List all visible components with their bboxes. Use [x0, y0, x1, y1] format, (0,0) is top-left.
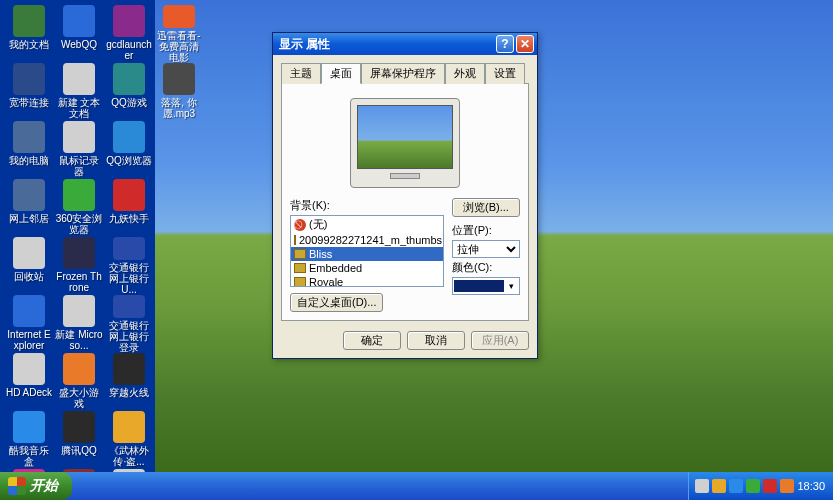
color-select[interactable]: ▾ — [452, 277, 520, 295]
apply-button[interactable]: 应用(A) — [471, 331, 529, 350]
app-icon — [13, 121, 45, 153]
clock: 18:30 — [797, 480, 825, 492]
tray-icon[interactable] — [746, 479, 760, 493]
background-listbox[interactable]: ⃠(无)20099282271241_m_thumbsBlissEmbedded… — [290, 215, 444, 287]
icon-label: Frozen Throne — [55, 271, 103, 293]
desktop-icon[interactable]: WebQQ — [55, 5, 103, 63]
app-icon — [63, 353, 95, 385]
bg-item-name: (无) — [309, 217, 327, 232]
icon-label: 新建 文本文档 — [55, 97, 103, 119]
desktop-icon[interactable]: 酷我音乐盒 — [5, 411, 53, 469]
tab-3[interactable]: 外观 — [445, 63, 485, 84]
desktop-icon[interactable]: QQ浏览器 — [105, 121, 153, 179]
bg-item-name: Embedded — [309, 262, 362, 274]
chevron-down-icon: ▾ — [504, 281, 518, 291]
desktop-icon[interactable]: 腾讯QQ — [55, 411, 103, 469]
cancel-button[interactable]: 取消 — [407, 331, 465, 350]
desktop-icon[interactable]: 穿越火线 — [105, 353, 153, 411]
icon-label: QQ浏览器 — [106, 155, 152, 166]
tray-icon[interactable] — [763, 479, 777, 493]
desktop-icon[interactable]: 新建 Microso... — [55, 295, 103, 353]
image-file-icon — [294, 235, 296, 245]
icon-label: 落落, 你愿.mp3 — [155, 97, 203, 119]
desktop-icon[interactable]: 交通银行网上银行U... — [105, 237, 153, 295]
tab-1[interactable]: 桌面 — [321, 63, 361, 84]
desktop-icon[interactable]: 宽带连接 — [5, 63, 53, 121]
color-swatch — [454, 280, 504, 292]
close-button[interactable]: ✕ — [516, 35, 534, 53]
icon-label: 我的文档 — [9, 39, 49, 50]
desktop-icon[interactable]: 鼠标记录器 — [55, 121, 103, 179]
desktop-icon[interactable]: 我的文档 — [5, 5, 53, 63]
tab-4[interactable]: 设置 — [485, 63, 525, 84]
taskbar[interactable]: 开始 18:30 — [0, 472, 833, 500]
app-icon — [63, 5, 95, 37]
bg-list-item[interactable]: Embedded — [291, 261, 443, 275]
display-properties-dialog: 显示 属性 ? ✕ 主题桌面屏幕保护程序外观设置 背景(K): ⃠(无)2009… — [272, 32, 538, 359]
desktop-icon[interactable]: 回收站 — [5, 237, 53, 295]
start-button[interactable]: 开始 — [0, 472, 72, 500]
app-icon — [63, 237, 95, 269]
color-label: 颜色(C): — [452, 260, 520, 275]
desktop-icon[interactable]: 我的电脑 — [5, 121, 53, 179]
tray-icon[interactable] — [712, 479, 726, 493]
app-icon — [163, 5, 195, 28]
desktop-icon[interactable]: 新建 文本文档 — [55, 63, 103, 121]
desktop-icon[interactable]: 盛大小游戏 — [55, 353, 103, 411]
tab-2[interactable]: 屏幕保护程序 — [361, 63, 445, 84]
tab-desktop-pane: 背景(K): ⃠(无)20099282271241_m_thumbsBlissE… — [281, 84, 529, 321]
icon-label: 我的电脑 — [9, 155, 49, 166]
icon-label: 九妖快手 — [109, 213, 149, 224]
desktop-icon[interactable]: HD ADeck — [5, 353, 53, 411]
app-icon — [113, 5, 145, 37]
desktop-icon[interactable]: 网上邻居 — [5, 179, 53, 237]
titlebar[interactable]: 显示 属性 ? ✕ — [273, 33, 537, 55]
app-icon — [63, 295, 95, 327]
desktop-icon[interactable]: 360安全浏览器 — [55, 179, 103, 237]
desktop-icon[interactable]: Internet Explorer — [5, 295, 53, 353]
system-tray[interactable]: 18:30 — [688, 472, 833, 500]
app-icon — [13, 353, 45, 385]
bg-list-item[interactable]: Bliss — [291, 247, 443, 261]
desktop[interactable]: 我的文档WebQQgcdlauncher迅雷看看-免费高清电影宽带连接新建 文本… — [0, 0, 833, 472]
app-icon — [113, 237, 145, 260]
image-file-icon — [294, 263, 306, 273]
tab-0[interactable]: 主题 — [281, 63, 321, 84]
bg-list-item[interactable]: Royale — [291, 275, 443, 287]
monitor-preview — [350, 98, 460, 188]
icon-label: 腾讯QQ — [61, 445, 97, 456]
start-label: 开始 — [30, 477, 58, 495]
app-icon — [113, 179, 145, 211]
icon-label: WebQQ — [61, 39, 97, 50]
bg-list-item[interactable]: 20099282271241_m_thumbs — [291, 233, 443, 247]
icon-label: 网上邻居 — [9, 213, 49, 224]
help-button[interactable]: ? — [496, 35, 514, 53]
bg-list-item[interactable]: ⃠(无) — [291, 216, 443, 233]
app-icon — [163, 63, 195, 95]
app-icon — [13, 237, 45, 269]
app-icon — [63, 63, 95, 95]
browse-button[interactable]: 浏览(B)... — [452, 198, 520, 217]
desktop-icon[interactable]: 《武林外传·盗... — [105, 411, 153, 469]
custom-desktop-button[interactable]: 自定义桌面(D)... — [290, 293, 383, 312]
desktop-icon[interactable]: gcdlauncher — [105, 5, 153, 63]
tabs: 主题桌面屏幕保护程序外观设置 — [281, 63, 529, 84]
windows-logo-icon — [8, 477, 26, 495]
app-icon — [113, 353, 145, 385]
none-icon: ⃠ — [294, 219, 306, 231]
app-icon — [13, 295, 45, 327]
ok-button[interactable]: 确定 — [343, 331, 401, 350]
tray-icon[interactable] — [780, 479, 794, 493]
tray-icon[interactable] — [729, 479, 743, 493]
desktop-icon[interactable]: 九妖快手 — [105, 179, 153, 237]
icon-label: 鼠标记录器 — [55, 155, 103, 177]
icon-label: 360安全浏览器 — [55, 213, 103, 235]
desktop-icon[interactable]: 落落, 你愿.mp3 — [155, 63, 203, 121]
desktop-icon[interactable]: 交通银行网上银行登录 — [105, 295, 153, 353]
desktop-icon[interactable]: 迅雷看看-免费高清电影 — [155, 5, 203, 63]
desktop-icon[interactable]: Frozen Throne — [55, 237, 103, 295]
app-icon — [113, 121, 145, 153]
tray-icon[interactable] — [695, 479, 709, 493]
position-select[interactable]: 拉伸 — [452, 240, 520, 258]
desktop-icon[interactable]: QQ游戏 — [105, 63, 153, 121]
